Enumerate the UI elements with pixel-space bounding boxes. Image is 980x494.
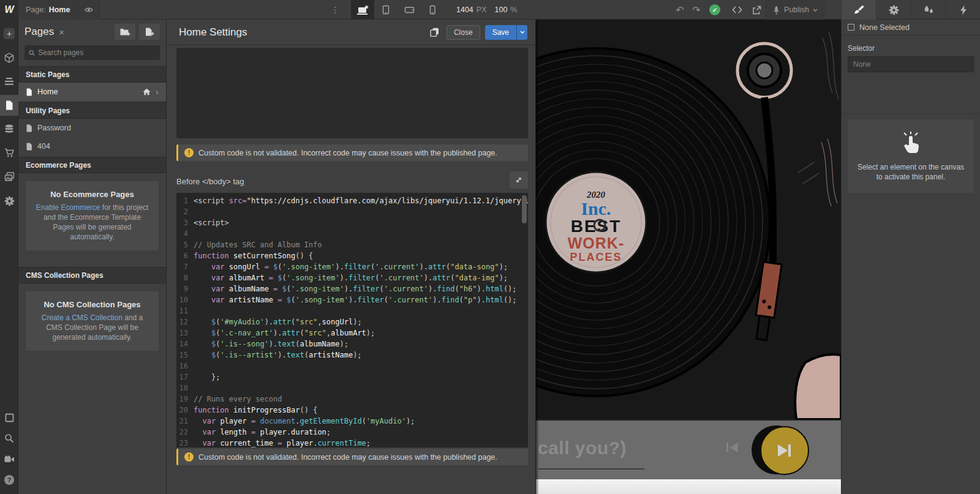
pages-search-input[interactable] <box>38 48 156 57</box>
save-button[interactable]: Save <box>485 25 516 40</box>
progress-track[interactable] <box>538 468 644 470</box>
pages-search[interactable] <box>24 45 160 60</box>
frame-tool-button[interactable] <box>0 407 18 428</box>
page-name: Home <box>49 6 70 14</box>
code-line[interactable]: 11 <box>176 305 528 316</box>
code-line[interactable]: 17 }; <box>176 372 528 383</box>
selector-input[interactable] <box>853 60 968 69</box>
code-line[interactable]: 2 <box>176 206 528 217</box>
selection-checkbox[interactable] <box>848 24 854 31</box>
breakpoint-desktop[interactable] <box>351 0 374 20</box>
cms-button[interactable] <box>0 119 18 140</box>
code-line[interactable]: 23 var current_time = player.currentTime… <box>176 438 528 447</box>
canvas-width-value[interactable]: 1404 <box>456 6 473 14</box>
page-switcher[interactable]: Page: Home <box>18 0 78 20</box>
new-page-button[interactable] <box>139 24 160 40</box>
code-text: // Updates SRC and Album Info <box>194 239 528 250</box>
more-options-icon[interactable]: ⋮ <box>330 0 341 20</box>
create-cms-collection-link[interactable]: Create a CMS Collection <box>42 313 123 322</box>
next-track-button[interactable] <box>752 425 810 476</box>
close-pages-panel-icon[interactable]: × <box>59 27 111 37</box>
code-text: function initProgressBar() { <box>194 405 528 416</box>
code-text <box>194 228 528 239</box>
tab-element-settings[interactable] <box>946 0 980 20</box>
export-code-button[interactable] <box>728 0 746 20</box>
line-number: 20 <box>176 405 194 416</box>
design-canvas[interactable]: 2020 Inc. BEST WORK- PLACES <box>536 20 841 494</box>
footer-code-label: Before </body> tag <box>176 177 510 189</box>
code-line[interactable]: 7 var songUrl = $('.song-item').filter('… <box>176 261 528 272</box>
code-line[interactable]: 1<script src="https://cdnjs.cloudflare.c… <box>176 195 528 206</box>
chevron-right-icon[interactable]: › <box>156 87 159 97</box>
gear-icon <box>4 196 15 206</box>
code-line[interactable]: 3<script> <box>176 217 528 228</box>
line-number: 10 <box>176 294 194 305</box>
help-button[interactable]: ? <box>0 470 18 490</box>
code-line[interactable]: 10 var artistName = $('.song-item').filt… <box>176 294 528 305</box>
canvas-width-unit: PX <box>477 6 487 14</box>
code-text <box>194 383 528 394</box>
publish-button[interactable]: Publish <box>766 0 824 20</box>
add-elements-button[interactable]: + <box>0 23 18 44</box>
saved-status-button[interactable]: ✓ <box>706 0 724 20</box>
question-icon: ? <box>4 475 14 485</box>
code-line[interactable]: 15 $('.is--artist').text(artistName); <box>176 350 528 361</box>
code-editor-lines: 1<script src="https://cdnjs.cloudflare.c… <box>176 193 528 447</box>
code-line[interactable]: 8 var albumArt = $('.song-item').filter(… <box>176 272 528 283</box>
undo-button[interactable]: ↶ <box>671 0 689 20</box>
breakpoint-tablet[interactable] <box>374 0 398 20</box>
code-line[interactable]: 14 $('.is--song').text(albumName); <box>176 339 528 350</box>
ecommerce-button[interactable] <box>0 143 18 163</box>
code-line[interactable]: 6function setCurrentSong() { <box>176 250 528 261</box>
expand-editor-button[interactable] <box>510 171 528 189</box>
code-line[interactable]: 20function initProgressBar() { <box>176 405 528 416</box>
paintbrush-icon <box>854 5 864 15</box>
code-line[interactable]: 9 var albumName = $('.song-item').filter… <box>176 283 528 294</box>
code-line[interactable]: 5// Updates SRC and Album Info <box>176 239 528 250</box>
symbols-button[interactable] <box>0 47 18 68</box>
pages-button[interactable] <box>0 95 18 116</box>
new-folder-button[interactable] <box>115 24 135 40</box>
duplicate-icon[interactable] <box>430 28 439 37</box>
tab-settings[interactable] <box>876 0 911 20</box>
folder-plus-icon <box>120 28 130 36</box>
code-line[interactable]: 22 var length = player.duration; <box>176 427 528 438</box>
close-button[interactable]: Close <box>447 25 480 40</box>
save-options-button[interactable] <box>516 25 527 40</box>
code-text: var player = document.getElementById('my… <box>194 416 528 427</box>
assets-button[interactable] <box>0 167 18 187</box>
editor-scrollbar[interactable] <box>522 195 527 223</box>
selector-field[interactable] <box>848 56 974 72</box>
previous-track-button[interactable] <box>725 440 741 455</box>
webflow-logo-icon[interactable]: W <box>0 0 18 20</box>
code-line[interactable]: 16 <box>176 361 528 372</box>
head-code-textarea[interactable] <box>176 48 528 138</box>
footer-code-editor[interactable]: 1<script src="https://cdnjs.cloudflare.c… <box>176 193 528 447</box>
tab-interactions[interactable] <box>911 0 946 20</box>
code-line[interactable]: 21 var player = document.getElementById(… <box>176 416 528 427</box>
page-row-home[interactable]: Home › <box>18 83 166 101</box>
enable-ecommerce-link[interactable]: Enable Ecommerce <box>36 203 100 212</box>
page-row-404[interactable]: 404 <box>18 137 166 155</box>
canvas-zoom-value[interactable]: 100 <box>495 6 508 14</box>
find-button[interactable] <box>0 428 18 449</box>
redo-button[interactable]: ↷ <box>687 0 706 20</box>
line-number: 21 <box>176 416 194 427</box>
breakpoint-landscape[interactable] <box>398 0 421 20</box>
code-text: var artistName = $('.song-item').filter(… <box>194 294 528 305</box>
code-line[interactable]: 19// Runs every second <box>176 394 528 405</box>
pages-panel: Pages × Static Page <box>18 20 167 494</box>
project-settings-button[interactable] <box>0 190 18 211</box>
code-line[interactable]: 12 $('#myAudio').attr("src",songUrl); <box>176 316 528 327</box>
line-number: 12 <box>176 316 194 327</box>
breakpoint-mobile[interactable] <box>421 0 444 20</box>
share-button[interactable] <box>747 0 766 20</box>
page-row-password[interactable]: Password <box>18 119 166 137</box>
code-line[interactable]: 4 <box>176 228 528 239</box>
preview-button[interactable] <box>78 0 100 20</box>
video-tutorials-button[interactable] <box>0 449 18 470</box>
code-line[interactable]: 13 $('.c-nav_art').attr("src",albumArt); <box>176 327 528 339</box>
navigator-button[interactable] <box>0 71 18 92</box>
tab-style[interactable] <box>841 0 876 20</box>
code-line[interactable]: 18 <box>176 383 528 394</box>
